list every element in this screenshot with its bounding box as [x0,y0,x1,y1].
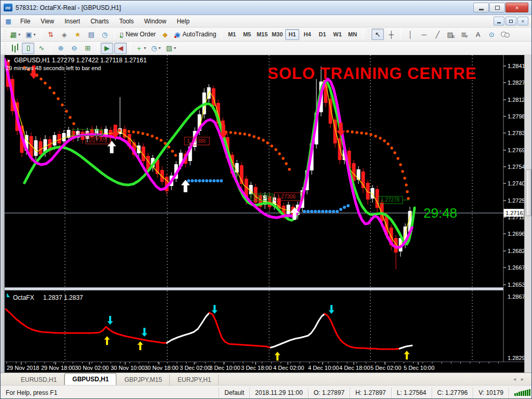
status-bar: For Help, press F1 Default 2018.11.29 11… [1,385,531,399]
indicators-button[interactable]: ＋▾ [134,43,148,54]
menu-tools[interactable]: Tools [114,16,139,27]
tool-subscript: E [453,34,455,39]
chart-tab-gbpusd-h1[interactable]: GBPUSD,H1 [64,373,116,385]
fibonacci-button[interactable]: ≣F [458,29,471,40]
tile-windows-icon: ⊞ [85,44,91,52]
timeframe-m15-button[interactable]: M15 [255,29,269,40]
tab-scroll-controls: ◂ ▸ [511,373,526,385]
bar-chart-icon [12,45,13,51]
tile-windows-button[interactable]: ⊞ [82,43,94,54]
price-chart[interactable]: 1.278291.277791.273861.273001.273061.272… [1,55,532,373]
chart-window-icon[interactable]: ▦ [4,18,13,25]
new-order-button[interactable]: ▯+New Order [118,29,158,40]
strategy-tester-icon: ◷ [102,31,108,38]
scrollbar-thumb[interactable] [526,169,531,216]
minimize-icon [479,9,484,10]
crosshair-tool-button[interactable]: ┼ [385,29,397,40]
ingot-icon-icon: ◆ [163,31,168,38]
chart-shift-button[interactable]: ◀ [114,43,127,54]
favorites-button[interactable]: ★ [72,29,84,40]
dropdown-caret-icon[interactable]: ▾ [158,46,161,50]
menu-charts[interactable]: Charts [85,16,114,27]
close-button[interactable]: × [506,3,528,12]
tab-scroll-left-icon[interactable]: ◂ [511,376,518,382]
templates-button[interactable]: ▨▾ [164,43,178,54]
candlestick-chart-icon [27,46,30,51]
toolbar-grip[interactable] [4,29,6,39]
status-open: O: 1.27897 [308,388,350,398]
chart-tab-eurjpy-h1[interactable]: EURJPY,H1 [170,374,219,385]
favorites-icon: ★ [75,31,81,38]
dropdown-caret-icon[interactable]: ▾ [174,46,176,50]
main-chart-panel [5,55,503,288]
timeframe-w1-button[interactable]: W1 [330,29,344,40]
data-window-icon: ▤ [88,31,94,38]
toolbar-grip[interactable] [367,29,369,39]
toolbar-grip[interactable] [4,43,6,54]
mdi-minimize-button[interactable] [494,17,504,25]
vertical-scrollbar[interactable] [524,55,532,373]
title-bar[interactable]: oc 578312: OctaFX-Real - [GBPUSD,H1] × [1,1,531,15]
maximize-button[interactable] [489,3,505,12]
trendline-icon: ╱ [435,31,440,38]
timeframe-h1-button[interactable]: H1 [285,29,299,40]
mdi-close-icon: × [522,19,524,24]
magnifier-button[interactable]: ⊙ [485,29,498,40]
line-chart-button[interactable]: ∿ [35,43,48,54]
menu-insert[interactable]: Insert [59,16,85,27]
timeframe-mn-button[interactable]: MN [345,29,360,40]
timeframe-m30-button[interactable]: M30 [270,29,284,40]
cursor-tool-button[interactable]: ↖ [371,29,384,40]
svg-text:30 Nov 10:00: 30 Nov 10:00 [111,365,144,371]
equidistant-channel-button[interactable]: ▨E [445,29,457,40]
market-watch-button[interactable]: ⇅ [45,29,57,40]
dropdown-caret-icon[interactable]: ▾ [18,32,20,37]
svg-text:3 Dec 10:00: 3 Dec 10:00 [209,365,240,371]
menu-file[interactable]: File [15,16,35,27]
vertical-line-button[interactable]: │ [404,29,417,40]
timeframe-m5-button[interactable]: M5 [240,29,254,40]
profiles-button[interactable]: ▣▾ [23,29,37,40]
periods-button[interactable]: ◷▾ [149,43,163,54]
cursor-tool-icon: ↖ [375,31,381,38]
dropdown-caret-icon[interactable]: ▾ [34,32,36,37]
mdi-close-button[interactable]: × [517,17,528,25]
ingot-icon[interactable]: ◆ [159,29,171,40]
comments-button[interactable] [499,29,511,40]
status-profile[interactable]: Default [219,388,249,398]
text-label-button[interactable]: A [472,29,484,40]
dropdown-caret-icon[interactable]: ▾ [144,46,146,50]
menu-view[interactable]: View [35,16,59,27]
data-window-button[interactable]: ▤ [85,29,98,40]
mdi-restore-button[interactable] [506,17,516,25]
status-volume: V: 10179 [473,388,509,398]
bar-chart-button[interactable] [8,43,21,54]
chart-tab-eurusd-h1[interactable]: EURUSD,H1 [13,374,64,385]
timeframe-d1-button[interactable]: D1 [315,29,329,40]
toolbar-separator [130,43,130,54]
comments-icon [501,31,509,37]
trendline-button[interactable]: ╱ [431,29,444,40]
minimize-button[interactable] [473,3,489,12]
candlestick-chart-button[interactable] [22,43,34,54]
strategy-tester-button[interactable]: ◷ [99,29,111,40]
navigator-button[interactable]: ◈ [58,29,71,40]
zoom-in-button[interactable]: ⊕ [55,43,67,54]
window-controls: × [473,3,528,12]
autotrading-button[interactable]: ◉●AutoTrading [172,29,218,40]
new-chart-button[interactable]: ▦+▾ [8,29,22,40]
menu-window[interactable]: Window [139,16,172,27]
menu-help[interactable]: Help [171,16,195,27]
auto-scroll-button[interactable]: ▶ [101,43,113,54]
timeframe-m1-button[interactable]: M1 [225,29,239,40]
zoom-out-button[interactable]: ⊖ [68,43,81,54]
chart-tab-gbpjpy-m15[interactable]: GBPJPY,M15 [116,374,169,385]
toolbar-separator [41,29,42,39]
timeframe-h4-button[interactable]: H4 [300,29,314,40]
horizontal-line-button[interactable]: ─ [418,29,430,40]
bar-timer-text: 29 minutes 48 seconds left to bar end [6,65,101,71]
timeframe-switcher: M1M5M15M30H1H4D1W1MN [224,29,360,40]
tab-scroll-right-icon[interactable]: ▸ [518,376,526,382]
client-left-border [1,55,5,373]
horizontal-line-icon: ─ [421,31,426,38]
